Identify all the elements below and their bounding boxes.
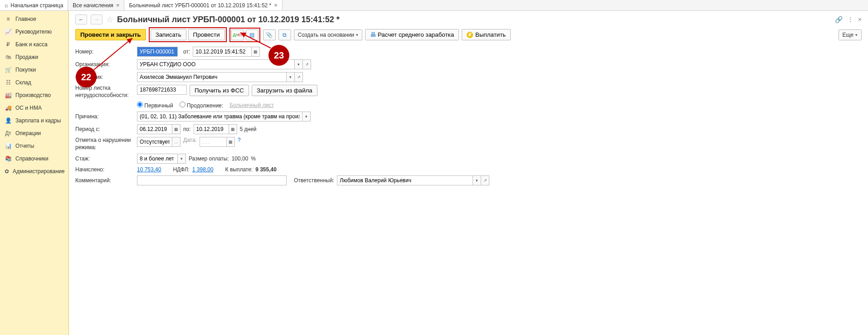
label-period-from: Период с: bbox=[75, 126, 134, 132]
calendar-icon[interactable]: ▦ bbox=[227, 137, 235, 147]
experience-field[interactable]: ▾ bbox=[137, 154, 186, 164]
label-violation: Отметка о нарушении режима: bbox=[75, 137, 134, 151]
sidebar-item-sales[interactable]: 🛍Продажи bbox=[0, 51, 68, 63]
sidebar-item-catalogs[interactable]: 📚Справочники bbox=[0, 152, 68, 165]
sidebar-item-operations[interactable]: ДтОперации bbox=[0, 127, 68, 140]
factory-icon: 🏭 bbox=[5, 92, 12, 98]
radio-primary[interactable]: Первичный bbox=[137, 102, 173, 109]
tab-home[interactable]: ⌂ Начальная страница bbox=[0, 0, 68, 10]
list-icon-button[interactable]: ▤ bbox=[246, 29, 258, 40]
structure-icon-button[interactable]: ⧉ bbox=[278, 29, 291, 40]
label-period-to: по: bbox=[183, 126, 191, 132]
open-icon[interactable]: ↗ bbox=[295, 72, 303, 82]
sidebar-item-bank[interactable]: ₽Банк и касса bbox=[0, 38, 68, 51]
calendar-icon[interactable]: ▦ bbox=[252, 47, 260, 57]
label-responsible: Ответственный: bbox=[294, 177, 334, 184]
dtkt-icon-button[interactable]: ДтКт bbox=[231, 29, 244, 40]
responsible-field[interactable]: ▾ ↗ bbox=[337, 175, 489, 185]
page-title: Больничный лист УРБП-000001 от 10.12.201… bbox=[117, 15, 340, 24]
chevron-down-icon[interactable]: ▾ bbox=[302, 112, 311, 121]
chart-icon: 📈 bbox=[5, 29, 12, 35]
pay-rate-value: 100,00 bbox=[232, 155, 249, 162]
sidebar-item-label: Операции bbox=[15, 130, 41, 136]
date-field[interactable]: ▦ bbox=[193, 47, 260, 57]
person-icon: 👤 bbox=[5, 117, 12, 124]
link-icon[interactable]: 🔗 bbox=[835, 16, 843, 23]
accrued-link[interactable]: 10 753,40 bbox=[137, 166, 161, 173]
label-accrued: Начислено: bbox=[75, 166, 134, 173]
help-icon[interactable]: ? bbox=[238, 137, 241, 143]
close-icon[interactable]: × bbox=[116, 2, 120, 9]
get-fss-button[interactable]: Получить из ФСС bbox=[190, 85, 249, 96]
open-icon[interactable]: ↗ bbox=[481, 175, 489, 185]
more-button[interactable]: Еще bbox=[839, 29, 862, 40]
chevron-down-icon[interactable]: ▾ bbox=[178, 154, 186, 164]
tab-document[interactable]: Больничный лист УРБП-000001 от 10.12.201… bbox=[124, 0, 282, 10]
home-icon: ⌂ bbox=[5, 2, 8, 9]
reason-field[interactable]: ▾ bbox=[137, 112, 311, 121]
load-file-button[interactable]: Загрузить из файла bbox=[252, 85, 317, 96]
disability-no-field[interactable] bbox=[137, 85, 187, 95]
radio-continuation[interactable]: Продолжение: bbox=[180, 102, 224, 109]
label-to-pay: К выплате: bbox=[225, 166, 253, 173]
sidebar-item-label: Склад bbox=[15, 79, 31, 86]
attach-icon-button[interactable]: 📎 bbox=[263, 29, 276, 40]
post-close-button[interactable]: Провести и закрыть bbox=[75, 29, 146, 40]
tab-all-accruals[interactable]: Все начисления × bbox=[68, 0, 124, 10]
sidebar-item-main[interactable]: ≡Главное bbox=[0, 13, 68, 25]
period-from-field[interactable]: ▦ bbox=[137, 124, 180, 134]
ruble-icon: ₽ bbox=[5, 41, 12, 48]
sidebar: ≡Главное 📈Руководителю ₽Банк и касса 🛍Пр… bbox=[0, 11, 69, 335]
avg-calc-button[interactable]: 🖶 Расчет среднего заработка bbox=[365, 29, 459, 40]
ndfl-link[interactable]: 1 398,00 bbox=[192, 166, 214, 173]
label-reason: Причина: bbox=[75, 113, 134, 120]
number-field[interactable] bbox=[137, 47, 178, 57]
sidebar-item-hr[interactable]: 👤Зарплата и кадры bbox=[0, 114, 68, 127]
close-icon[interactable]: × bbox=[858, 16, 862, 23]
ruble-badge-icon: ₽ bbox=[467, 32, 473, 38]
sidebar-item-label: Продажи bbox=[15, 54, 38, 60]
dtkt-icon: Дт bbox=[5, 130, 12, 136]
sidebar-item-admin[interactable]: ✿Администрирование bbox=[0, 165, 68, 178]
pay-button[interactable]: ₽Выплатить bbox=[462, 29, 511, 40]
open-icon[interactable]: ↗ bbox=[303, 59, 311, 69]
create-based-button[interactable]: Создать на основании bbox=[294, 29, 363, 40]
sidebar-item-manager[interactable]: 📈Руководителю bbox=[0, 25, 68, 38]
save-button[interactable]: Записать bbox=[151, 29, 186, 40]
chevron-down-icon[interactable]: ▾ bbox=[295, 59, 303, 69]
back-button[interactable]: ← bbox=[75, 15, 87, 24]
violation-date-field[interactable]: ▦ bbox=[200, 137, 235, 147]
forward-button[interactable]: → bbox=[91, 15, 102, 24]
ellipsis-icon[interactable]: … bbox=[172, 137, 180, 147]
tab-label: Все начисления bbox=[73, 2, 113, 9]
calendar-icon[interactable]: ▦ bbox=[229, 124, 237, 134]
cart-icon: 🛒 bbox=[5, 67, 12, 73]
sidebar-item-label: Отчеты bbox=[15, 143, 34, 149]
period-to-field[interactable]: ▦ bbox=[194, 124, 237, 134]
close-icon[interactable]: × bbox=[274, 2, 278, 9]
comment-field[interactable] bbox=[137, 175, 287, 185]
sidebar-item-label: Руководителю bbox=[15, 29, 52, 35]
label-number: Номер: bbox=[75, 49, 134, 55]
bag-icon: 🛍 bbox=[5, 54, 12, 60]
post-button[interactable]: Провести bbox=[188, 29, 225, 40]
label-from: от: bbox=[183, 49, 190, 55]
sidebar-item-assets[interactable]: 🚚ОС и НМА bbox=[0, 102, 68, 114]
chevron-down-icon[interactable]: ▾ bbox=[287, 72, 295, 82]
sidebar-item-warehouse[interactable]: ☷Склад bbox=[0, 76, 68, 89]
toolbar: Провести и закрыть Записать Провести ДтК… bbox=[75, 27, 862, 42]
calendar-icon[interactable]: ▦ bbox=[172, 124, 180, 134]
label-pay-rate: Размер оплаты: bbox=[189, 155, 229, 162]
sidebar-item-reports[interactable]: 📊Отчеты bbox=[0, 140, 68, 152]
truck-icon: 🚚 bbox=[5, 105, 12, 111]
sidebar-item-purchases[interactable]: 🛒Покупки bbox=[0, 63, 68, 76]
sidebar-item-production[interactable]: 🏭Производство bbox=[0, 89, 68, 102]
more-icon[interactable]: ⋮ bbox=[847, 16, 853, 23]
menu-icon: ≡ bbox=[5, 16, 12, 22]
sick-list-link: Больничный лист bbox=[229, 102, 274, 108]
annotation-22: 22 bbox=[76, 67, 97, 87]
employee-field[interactable]: ▾ ↗ bbox=[137, 72, 303, 82]
chevron-down-icon[interactable]: ▾ bbox=[473, 175, 481, 185]
star-icon[interactable]: ☆ bbox=[106, 15, 113, 24]
violation-field[interactable]: … bbox=[137, 137, 180, 147]
